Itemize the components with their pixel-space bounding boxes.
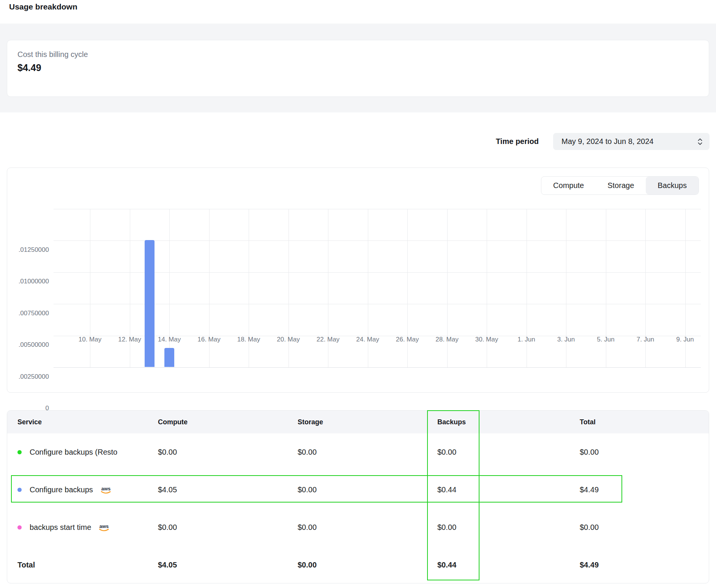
billing-cost-card: Cost this billing cycle $4.49 xyxy=(7,40,709,97)
gridline xyxy=(407,209,408,367)
gridline xyxy=(54,209,701,209)
gridline xyxy=(209,209,210,367)
column-header-backups: Backups xyxy=(437,418,580,426)
usage-chart-card: Compute Storage Backups .01250000.010000… xyxy=(7,168,709,393)
svg-text:aws: aws xyxy=(101,486,110,492)
gridline xyxy=(685,209,686,367)
time-period-select[interactable]: May 9, 2024 to Jun 8, 2024 xyxy=(553,133,710,150)
column-header-compute: Compute xyxy=(158,418,298,426)
y-axis-labels: .01250000.01000000.00750000.00500000.002… xyxy=(7,209,49,367)
gridline xyxy=(130,209,130,367)
x-tick-label: 9. Jun xyxy=(676,336,694,343)
chart-plot xyxy=(54,209,701,367)
time-period-value: May 9, 2024 to Jun 8, 2024 xyxy=(561,137,653,146)
column-header-storage: Storage xyxy=(298,418,437,426)
tab-backups[interactable]: Backups xyxy=(646,177,699,194)
time-period-label: Time period xyxy=(496,137,539,146)
gridline xyxy=(289,209,289,367)
total-cost: $0.00 xyxy=(580,523,709,532)
backups-cost: $0.44 xyxy=(437,485,580,494)
table-row: backups start time aws $0.00 $0.00 $0.00… xyxy=(7,509,709,546)
service-name: Configure backups xyxy=(30,485,93,494)
grand-total: $4.49 xyxy=(580,561,709,569)
tab-compute[interactable]: Compute xyxy=(541,177,596,194)
summary-band: Cost this billing cycle $4.49 xyxy=(0,24,716,112)
y-tick-label: .01250000 xyxy=(19,246,49,254)
gridline xyxy=(328,209,328,367)
table-total-row: Total $4.05 $0.00 $0.44 $4.49 xyxy=(7,546,709,584)
x-tick-label: 14. May xyxy=(158,336,181,343)
gridline xyxy=(606,209,606,367)
gridline xyxy=(447,209,448,367)
chart-bar[interactable] xyxy=(145,240,155,367)
compute-cost: $0.00 xyxy=(158,448,298,457)
storage-total: $0.00 xyxy=(298,561,437,569)
y-tick-label: .00250000 xyxy=(19,373,49,381)
x-tick-label: 26. May xyxy=(396,336,419,343)
gridline xyxy=(566,209,566,367)
x-tick-label: 7. Jun xyxy=(637,336,654,343)
compute-total: $4.05 xyxy=(158,561,298,569)
x-tick-label: 10. May xyxy=(79,336,101,343)
x-tick-label: 3. Jun xyxy=(557,336,575,343)
total-row-label: Total xyxy=(17,561,158,569)
x-tick-label: 30. May xyxy=(475,336,498,343)
chart-bar[interactable] xyxy=(164,348,174,367)
gridline xyxy=(169,209,170,367)
table-row: Configure backups aws $4.05 $0.00 $0.44 … xyxy=(7,471,709,509)
page-title: Usage breakdown xyxy=(9,2,77,11)
gridline xyxy=(54,367,701,368)
x-tick-label: 24. May xyxy=(356,336,379,343)
column-header-service: Service xyxy=(17,418,158,426)
billing-cost-value: $4.49 xyxy=(17,61,709,74)
series-dot xyxy=(17,525,22,530)
x-tick-label: 5. Jun xyxy=(597,336,614,343)
y-tick-label: .01000000 xyxy=(19,278,49,285)
x-tick-label: 22. May xyxy=(317,336,339,343)
usage-table: Service Compute Storage Backups Total Co… xyxy=(7,410,709,583)
x-tick-label: 1. Jun xyxy=(517,336,535,343)
backups-cost: $0.00 xyxy=(437,448,580,457)
x-tick-label: 28. May xyxy=(435,336,458,343)
aws-icon: aws xyxy=(99,486,112,496)
series-dot xyxy=(17,450,22,454)
storage-cost: $0.00 xyxy=(298,485,437,494)
gridline xyxy=(645,209,646,367)
total-cost: $0.00 xyxy=(580,448,709,457)
compute-cost: $4.05 xyxy=(158,485,298,494)
gridline xyxy=(90,209,90,367)
total-cost: $4.49 xyxy=(580,485,709,494)
x-tick-label: 12. May xyxy=(118,336,141,343)
tab-storage[interactable]: Storage xyxy=(596,177,646,194)
storage-cost: $0.00 xyxy=(298,448,437,457)
billing-cost-label: Cost this billing cycle xyxy=(17,49,709,60)
backups-cost: $0.00 xyxy=(437,523,580,532)
gridline xyxy=(249,209,249,367)
time-period-row: Time period May 9, 2024 to Jun 8, 2024 xyxy=(0,133,710,150)
y-tick-label: .00750000 xyxy=(19,310,49,317)
backups-total: $0.44 xyxy=(437,561,580,569)
chevron-updown-icon xyxy=(697,138,703,145)
svg-text:aws: aws xyxy=(99,523,109,529)
y-tick-label: .00500000 xyxy=(19,341,49,349)
x-tick-label: 16. May xyxy=(197,336,220,343)
storage-cost: $0.00 xyxy=(298,523,437,532)
gridline xyxy=(368,209,368,367)
x-tick-label: 18. May xyxy=(237,336,260,343)
compute-cost: $0.00 xyxy=(158,523,298,532)
gridline xyxy=(487,209,487,367)
series-dot xyxy=(17,488,22,492)
column-header-total: Total xyxy=(580,418,709,426)
x-tick-label: 20. May xyxy=(277,336,300,343)
table-header-row: Service Compute Storage Backups Total xyxy=(7,411,709,433)
chart-metric-tabs: Compute Storage Backups xyxy=(541,176,699,195)
gridline xyxy=(527,209,527,367)
service-name: backups start time xyxy=(30,523,91,532)
aws-icon: aws xyxy=(98,523,110,533)
table-row: Configure backups (Resto $0.00 $0.00 $0.… xyxy=(7,433,709,471)
service-name: Configure backups (Resto xyxy=(30,448,117,457)
